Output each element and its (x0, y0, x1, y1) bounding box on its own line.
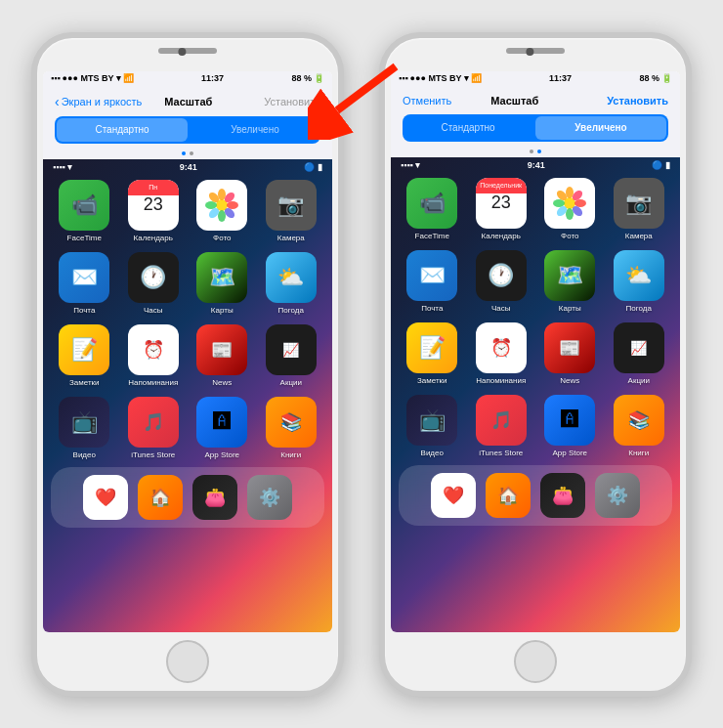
video-icon: 📺 (59, 397, 109, 448)
app-camera-right[interactable]: 📷 Камера (608, 178, 671, 240)
wifi-icon-right: 📶 (471, 73, 482, 83)
app-maps-left[interactable]: 🗺️ Карты (191, 252, 254, 315)
segment-control-right: Стандартно Увеличено (403, 114, 668, 142)
phones-container: ▪▪▪ ●●● MTS BY ▾ 📶 11:37 88 % 🔋 ‹ Экран … (31, 32, 692, 697)
svg-point-1 (218, 189, 226, 200)
segment-standard-right[interactable]: Стандартно (403, 114, 533, 142)
facetime-label: FaceTime (67, 234, 102, 242)
home-signal-left: ▪▪▪▪ ▾ (53, 162, 72, 172)
dock-wallet-left[interactable]: 👛 (192, 475, 237, 520)
segment-zoomed-left[interactable]: Увеличено (190, 116, 320, 144)
segment-zoomed-right[interactable]: Увеличено (535, 116, 666, 140)
camera-icon-el: 📷 (266, 180, 317, 231)
app-facetime-left[interactable]: 📹 FaceTime (53, 180, 116, 242)
svg-point-12 (566, 187, 574, 198)
phone-left: ▪▪▪ ●●● MTS BY ▾ 📶 11:37 88 % 🔋 ‹ Экран … (31, 32, 344, 697)
notes-icon-r: 📝 (406, 322, 457, 373)
app-appstore-right[interactable]: 🅰 App Store (538, 395, 602, 457)
app-weather-right[interactable]: ⛅ Погода (608, 250, 671, 313)
home-time-right: 9:41 (528, 160, 545, 170)
facetime-icon-r: 📹 (406, 178, 457, 229)
reminders-label: Напоминания (128, 378, 178, 387)
maps-label-r: Карты (559, 304, 581, 313)
calendar-header-r: Понедельник (476, 178, 527, 193)
app-camera-left[interactable]: 📷 Камера (260, 180, 323, 242)
dock-settings-left[interactable]: ⚙️ (247, 475, 292, 520)
notes-label: Заметки (69, 378, 100, 387)
app-mail-right[interactable]: ✉️ Почта (401, 250, 464, 313)
app-calendar-right[interactable]: Понедельник 23 Календарь (470, 178, 533, 240)
home-app-icon: 🏠 (138, 475, 183, 520)
news-icon-r: 📰 (544, 322, 595, 373)
stocks-icon: 📈 (266, 324, 317, 375)
itunes-icon-r: 🎵 (476, 395, 527, 446)
dock-wallet-right[interactable]: 👛 (540, 473, 585, 518)
app-notes-right[interactable]: 📝 Заметки (401, 322, 464, 385)
app-itunes-right[interactable]: 🎵 iTunes Store (470, 395, 533, 457)
app-photos-left[interactable]: Фото (191, 180, 254, 242)
app-reminders-left[interactable]: ⏰ Напоминания (122, 324, 186, 387)
app-facetime-right[interactable]: 📹 FaceTime (401, 178, 464, 240)
app-news-left[interactable]: 📰 News (191, 324, 254, 387)
calendar-label-r: Календарь (482, 232, 521, 240)
settings-app-icon: ⚙️ (247, 475, 292, 520)
home-button-right[interactable] (514, 640, 557, 683)
calendar-num-r: 23 (491, 193, 511, 211)
camera-label-r: Камера (625, 232, 653, 240)
settings-nav-right: Отменить Масштаб Установить (391, 87, 680, 110)
photos-svg-r (551, 185, 588, 222)
app-calendar-left[interactable]: Пн 23 Календарь (122, 180, 186, 242)
app-appstore-left[interactable]: 🅰 App Store (191, 397, 254, 459)
segment-standard-left[interactable]: Стандартно (57, 118, 188, 142)
dock-settings-right[interactable]: ⚙️ (595, 473, 640, 518)
calendar-icon-r: Понедельник 23 (476, 178, 527, 229)
photos-icon-el (196, 180, 247, 231)
dot-1 (182, 151, 186, 155)
dock-health-right[interactable]: ❤️ (431, 473, 476, 518)
photos-svg (203, 187, 240, 224)
app-clock-right[interactable]: 🕐 Часы (470, 250, 533, 313)
app-itunes-left[interactable]: 🎵 iTunes Store (122, 397, 186, 459)
stocks-label: Акции (280, 378, 302, 387)
app-weather-left[interactable]: ⛅ Погода (260, 252, 323, 315)
stocks-icon-r: 📈 (614, 322, 664, 373)
books-label: Книги (280, 450, 301, 459)
app-maps-right[interactable]: 🗺️ Карты (538, 250, 602, 313)
camera-dot (178, 48, 186, 56)
svg-point-13 (566, 208, 574, 220)
photos-label: Фото (213, 234, 231, 242)
camera-label: Камера (277, 234, 305, 242)
maps-icon-r: 🗺️ (544, 250, 595, 301)
mail-label: Почта (73, 306, 95, 315)
app-stocks-left[interactable]: 📈 Акции (260, 324, 323, 387)
phone-right: ▪▪▪ ●●● MTS BY ▾ 📶 11:37 88 % 🔋 Отменить… (379, 32, 692, 697)
notes-icon: 📝 (59, 324, 109, 375)
news-label: News (212, 378, 232, 387)
app-video-left[interactable]: 📺 Видео (53, 397, 116, 459)
app-reminders-right[interactable]: ⏰ Напоминания (470, 322, 533, 385)
app-photos-right[interactable]: Фото (538, 178, 602, 240)
svg-point-15 (574, 199, 586, 207)
appstore-icon-r: 🅰 (544, 395, 595, 446)
home-button-left[interactable] (166, 640, 209, 683)
arrow-svg (308, 52, 415, 140)
app-notes-left[interactable]: 📝 Заметки (53, 324, 116, 387)
weather-icon: ⛅ (266, 252, 317, 303)
app-stocks-right[interactable]: 📈 Акции (608, 322, 671, 385)
clock-icon: 🕐 (128, 252, 179, 303)
app-mail-left[interactable]: ✉️ Почта (53, 252, 116, 315)
settings-nav-left: ‹ Экран и яркость Масштаб Установить (43, 87, 332, 112)
calendar-label: Календарь (134, 234, 173, 242)
app-news-right[interactable]: 📰 News (538, 322, 602, 385)
app-video-right[interactable]: 📺 Видео (401, 395, 464, 457)
dock-home-right[interactable]: 🏠 (486, 473, 531, 518)
action-button-right[interactable]: Установить (607, 95, 668, 107)
app-books-right[interactable]: 📚 Книги (608, 395, 671, 457)
camera-icon-r: 📷 (614, 178, 664, 229)
mail-icon-r: ✉️ (406, 250, 457, 301)
app-clock-left[interactable]: 🕐 Часы (122, 252, 186, 315)
app-books-left[interactable]: 📚 Книги (260, 397, 323, 459)
dock-home-left[interactable]: 🏠 (138, 475, 183, 520)
dock-right: ❤️ 🏠 👛 ⚙️ (399, 465, 672, 526)
dock-health-left[interactable]: ❤️ (83, 475, 128, 520)
